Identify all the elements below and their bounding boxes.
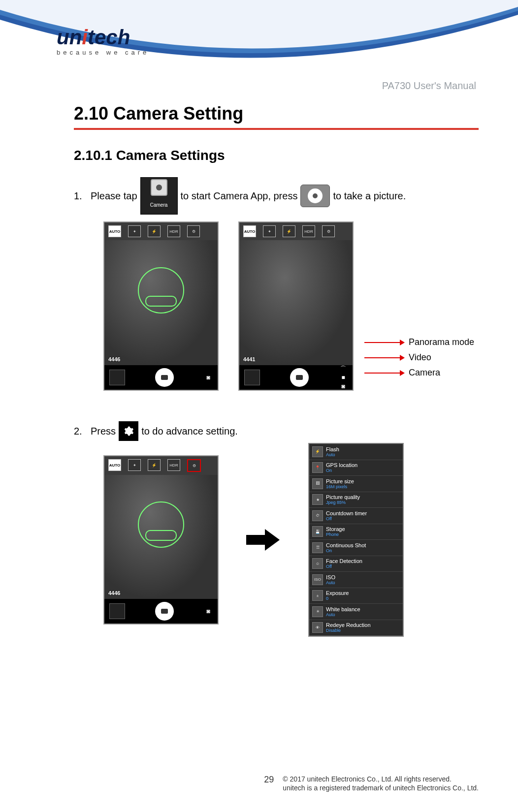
wand-icon[interactable]: ✦ — [128, 459, 141, 471]
setting-value: 0 — [326, 596, 349, 601]
auto-mode-icon[interactable]: AUTO — [108, 225, 121, 237]
setting-icon: ISO — [312, 574, 323, 585]
step-number: 1. — [74, 188, 88, 203]
camera-mode-icon[interactable]: ◙ — [204, 374, 213, 381]
arrow-icon — [364, 357, 404, 358]
auto-mode-icon[interactable]: AUTO — [243, 225, 256, 237]
setting-name: Flash — [326, 446, 339, 452]
settings-row[interactable]: ⚡FlashAuto — [309, 444, 403, 460]
panorama-mode-icon[interactable]: ⌒ — [339, 365, 348, 372]
video-label: Video — [409, 352, 431, 363]
setting-icon: ⚡ — [312, 446, 323, 457]
setting-name: Picture size — [326, 478, 354, 484]
settings-row[interactable]: ☀White balanceAuto — [309, 604, 403, 620]
viewfinder[interactable]: 4441 — [239, 240, 353, 365]
hdr-icon[interactable]: HDR — [167, 225, 180, 237]
mode-labels: Panorama mode Video Camera — [364, 337, 474, 378]
hdr-icon[interactable]: HDR — [167, 459, 180, 471]
flash-icon[interactable]: ⚡ — [148, 459, 161, 471]
setting-value: Phone — [326, 532, 345, 537]
photo-count: 4446 — [108, 356, 120, 362]
setting-value: 16M pixels — [326, 484, 354, 489]
setting-name: Storage — [326, 526, 345, 532]
step-text: to do advance setting. — [141, 424, 238, 438]
settings-row[interactable]: 👁Redeye ReductionDisable — [309, 620, 403, 636]
thumbnail-icon[interactable] — [244, 370, 260, 385]
setting-icon: ⏱ — [312, 510, 323, 521]
thumbnail-icon[interactable] — [109, 603, 125, 619]
settings-row[interactable]: ±Exposure0 — [309, 588, 403, 604]
gear-icon[interactable]: ⚙ — [322, 225, 335, 237]
setting-value: Auto — [326, 612, 360, 617]
settings-screenshot: ⚡FlashAuto📍GPS locationOn🖼Picture size16… — [308, 443, 404, 637]
camera-screenshot-left: AUTO ✦ ⚡ HDR ⚙ 4446 ◙ — [103, 221, 219, 391]
screenshots-row-1: AUTO ✦ ⚡ HDR ⚙ 4446 ◙ — [103, 221, 354, 391]
brand-tagline: because we care — [57, 49, 149, 56]
setting-name: Countdown timer — [326, 510, 367, 516]
camera-app-label: Camera — [150, 198, 168, 213]
viewfinder[interactable]: 4446 — [104, 240, 218, 365]
copyright-line-2: unitech is a registered trademark of uni… — [283, 783, 479, 792]
arrow-right-icon — [246, 529, 281, 551]
photo-count: 4441 — [243, 356, 255, 362]
arrow-icon — [364, 373, 404, 374]
hdr-icon[interactable]: HDR — [302, 225, 315, 237]
shutter-button-icon — [300, 185, 330, 207]
camera-mode-icon[interactable]: ◙ — [339, 383, 348, 390]
flash-icon[interactable]: ⚡ — [283, 225, 295, 237]
settings-row[interactable]: ★Picture qualityJpeg 85% — [309, 492, 403, 508]
subsection-heading: 2.10.1 Camera Settings — [74, 148, 479, 163]
setting-icon: 📍 — [312, 462, 323, 473]
gear-icon — [119, 421, 138, 441]
page-footer: 29 © 2017 unitech Electronics Co., Ltd. … — [0, 775, 479, 792]
gear-icon[interactable]: ⚙ — [187, 225, 200, 237]
setting-name: White balance — [326, 606, 360, 612]
camera-screenshot-gear: AUTO ✦ ⚡ HDR ⚙ 4446 ◙ — [103, 455, 219, 625]
panorama-label: Panorama mode — [409, 337, 474, 347]
shutter-button[interactable] — [290, 368, 309, 387]
settings-row[interactable]: ☺Face DetectionOff — [309, 556, 403, 572]
setting-name: Picture quality — [326, 494, 360, 500]
step-1: 1. Please tap Camera to start Camera App… — [74, 177, 479, 215]
auto-mode-icon[interactable]: AUTO — [108, 459, 121, 471]
thumbnail-icon[interactable] — [109, 370, 125, 385]
photo-count: 4446 — [108, 590, 120, 596]
setting-value: On — [326, 548, 366, 553]
step-text: Please tap — [91, 188, 137, 203]
setting-value: On — [326, 468, 357, 473]
brand-logo: unitech because we care — [57, 27, 149, 56]
settings-row[interactable]: 🖼Picture size16M pixels — [309, 476, 403, 492]
gear-icon-highlighted[interactable]: ⚙ — [187, 459, 201, 472]
setting-name: Face Detection — [326, 558, 362, 564]
content-area: 2.10 Camera Setting 2.10.1 Camera Settin… — [74, 103, 479, 441]
setting-name: Redeye Reduction — [326, 622, 371, 628]
setting-value: Jpeg 85% — [326, 500, 360, 505]
focus-ring — [138, 501, 184, 548]
flash-icon[interactable]: ⚡ — [148, 225, 161, 237]
focus-ring — [138, 267, 184, 313]
wand-icon[interactable]: ✦ — [263, 225, 276, 237]
camera-mode-icon[interactable]: ◙ — [204, 608, 213, 615]
setting-value: Auto — [326, 580, 335, 585]
setting-name: Continuous Shot — [326, 542, 366, 548]
setting-icon: 🖼 — [312, 478, 323, 489]
camera-app-icon: Camera — [140, 177, 178, 215]
settings-row[interactable]: 💾StoragePhone — [309, 524, 403, 540]
settings-row[interactable]: ⏱Countdown timerOff — [309, 508, 403, 524]
viewfinder[interactable]: 4446 — [104, 475, 218, 599]
settings-row[interactable]: ☰Continuous ShotOn — [309, 540, 403, 556]
wand-icon[interactable]: ✦ — [128, 225, 141, 237]
screenshots-row-2: AUTO ✦ ⚡ HDR ⚙ 4446 ◙ — [103, 443, 404, 637]
setting-icon: 💾 — [312, 526, 323, 537]
settings-row[interactable]: 📍GPS locationOn — [309, 460, 403, 476]
setting-icon: ★ — [312, 494, 323, 505]
shutter-button[interactable] — [155, 602, 174, 621]
setting-name: Exposure — [326, 590, 349, 596]
camera-screenshot-right: AUTO ✦ ⚡ HDR ⚙ 4441 ⌒ ■ ◙ — [238, 221, 354, 391]
step-2: 2. Press to do advance setting. — [74, 421, 479, 441]
setting-name: ISO — [326, 574, 335, 580]
video-mode-icon[interactable]: ■ — [339, 374, 348, 381]
settings-row[interactable]: ISOISOAuto — [309, 572, 403, 588]
setting-icon: ☺ — [312, 558, 323, 569]
shutter-button[interactable] — [155, 368, 174, 387]
